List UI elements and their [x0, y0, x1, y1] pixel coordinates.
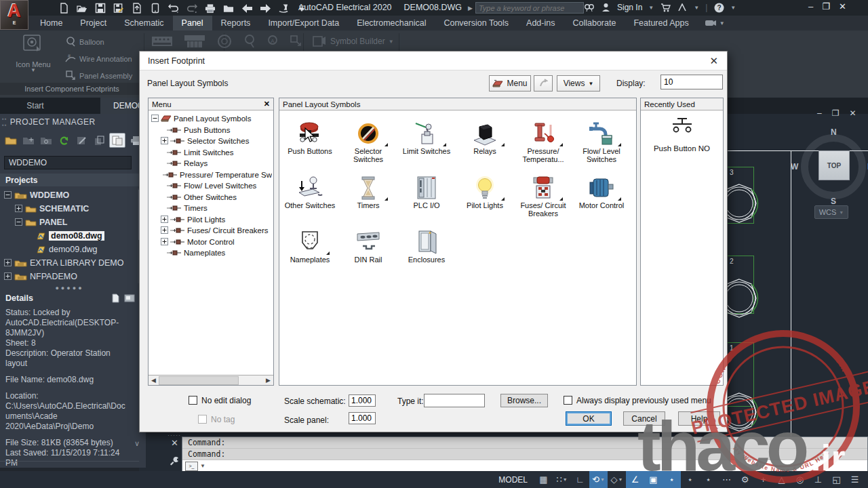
command-input-row[interactable]: >_ ▼ [182, 460, 867, 472]
symbol-other-switches[interactable]: Other Switches [281, 166, 339, 220]
menu-tree-item-panel-layout-symbols[interactable]: Panel Layout Symbols [150, 113, 272, 125]
tree-expander-plus-icon[interactable] [15, 203, 22, 215]
ribbon-button-panel-assembly[interactable]: Panel Assembly [65, 70, 132, 82]
crosshair-icon[interactable]: + [754, 471, 772, 488]
project-tree-item-panel[interactable]: PANEL [1, 216, 136, 229]
command-wrench-icon[interactable] [170, 455, 180, 468]
scroll-left-icon[interactable]: ◀ [149, 377, 159, 384]
polar-tracking-icon[interactable]: ⟲▼ [589, 471, 608, 488]
projects-section-header[interactable]: Projects [0, 174, 139, 186]
qat-mobile-device-icon[interactable] [150, 3, 161, 14]
ribbon-panel-title[interactable]: Insert Component Footprints [0, 83, 144, 95]
symbol-pressure-temperatu[interactable]: Pressure/ Temperatu... [514, 112, 572, 166]
tab-electromechanical[interactable]: Electromechanical [348, 16, 435, 30]
menu-button[interactable]: Menu [489, 75, 531, 92]
details-preview-icon[interactable] [124, 294, 135, 302]
menu-tree-item-flow-level-switches[interactable]: Flow/ Level Switches [150, 180, 272, 192]
symbol-selector-switches[interactable]: Selector Switches [339, 112, 397, 166]
account-caret-icon[interactable]: ▼ [694, 5, 699, 11]
tree-expander-minus-icon[interactable] [15, 216, 22, 228]
type-it-input[interactable] [424, 394, 485, 407]
grid-display-icon[interactable]: ▦ [534, 471, 553, 488]
scroll-right-icon[interactable]: ▶ [263, 377, 273, 384]
cancel-button[interactable]: Cancel [623, 411, 665, 426]
project-tree-item-extra-library-demo[interactable]: EXTRA LIBRARY DEMO [1, 256, 136, 270]
snap-mode-icon[interactable]: ∷▼ [553, 471, 571, 488]
menu-tree-item-pilot-lights[interactable]: Pilot Lights [150, 214, 272, 226]
project-tree-item-nfpademo[interactable]: NFPADEMO [1, 270, 136, 283]
project-tree-item-wddemo[interactable]: WDDEMO [1, 188, 136, 202]
views-button[interactable]: Views ▼ [557, 75, 600, 92]
project-manager-header[interactable]: ▪▪▪▪ PROJECT MANAGER [0, 114, 146, 130]
sign-in-button[interactable]: Sign In [617, 3, 642, 12]
ribbon-button-balloon[interactable]: Balloon [65, 36, 132, 48]
scrollbar-thumb[interactable] [159, 376, 239, 385]
menu-tree-close-icon[interactable]: ✕ [264, 100, 270, 108]
tree-expander-minus-icon[interactable] [4, 189, 12, 201]
menu-tree-item-motor-control[interactable]: Motor Control [150, 237, 272, 248]
symbol-relays[interactable]: Relays [456, 112, 514, 166]
clean-screen-icon[interactable]: ◱ [827, 471, 846, 488]
sign-in-caret-icon[interactable]: ▼ [648, 5, 654, 11]
tree-expander-plus-icon[interactable] [161, 225, 168, 237]
customization-icon[interactable]: ⚙ [736, 471, 754, 488]
ok-button[interactable]: OK [566, 411, 612, 426]
viewcube-west[interactable]: W [791, 162, 798, 171]
symbol-fuses-circuit-breakers[interactable]: Fuses/ Circuit Breakers [514, 166, 572, 220]
scale-schematic-input[interactable] [349, 394, 376, 407]
qat-save-as-icon[interactable] [113, 3, 124, 14]
tree-expander-plus-icon[interactable] [161, 214, 168, 226]
icon-menu-button[interactable]: Icon Menu ▼ [11, 34, 56, 83]
command-prompt-icon[interactable]: >_ [185, 462, 198, 471]
details-scroll-down-icon[interactable]: ∨ [134, 439, 140, 448]
annotation-small-icon[interactable]: A [266, 34, 279, 49]
tab-reports[interactable]: Reports [212, 16, 260, 30]
menu-tree-item-pressure-temperature-sw[interactable]: Pressure/ Temperature Sw [150, 169, 272, 181]
symbol-plc-i-o[interactable]: PLC I/O [397, 166, 456, 220]
menu-tree-item-limit-switches[interactable]: Limit Switches [150, 147, 272, 159]
qat-open-file-icon[interactable] [77, 3, 87, 14]
drawing-restore-button[interactable]: ❐ [832, 108, 840, 118]
pm-refresh-icon[interactable] [56, 134, 71, 147]
menu-tree-item-push-buttons[interactable]: Push Buttons [150, 125, 272, 136]
model-space-button[interactable]: MODEL [498, 475, 528, 485]
menu-tree-hscrollbar[interactable]: ◀ ▶ [149, 375, 273, 385]
recent-item-push-button-no[interactable]: Push Button NO [641, 116, 723, 152]
autocad-app-menu[interactable]: A E [0, 0, 28, 30]
qat-save-icon[interactable] [95, 3, 106, 14]
viewcube-top-face[interactable]: TOP [818, 150, 850, 180]
symbol-nameplates[interactable]: Nameplates [281, 220, 339, 274]
symbol-limit-switches[interactable]: Limit Switches [397, 112, 456, 166]
isometric-drafting-icon[interactable]: ◇▼ [608, 471, 626, 488]
qat-electrical-marker-icon[interactable] [278, 3, 289, 14]
annotation-visibility-icon[interactable]: ⋆ [663, 471, 681, 488]
symbol-din-rail[interactable]: DIN Rail [339, 220, 397, 274]
scale-panel-input[interactable] [349, 412, 376, 424]
dialog-close-icon[interactable]: ✕ [709, 55, 718, 67]
file-tab-start[interactable]: Start [5, 98, 65, 114]
menu-tree-item-selector-switches[interactable]: Selector Switches [150, 136, 272, 147]
no-tag-checkbox[interactable] [198, 415, 207, 424]
symbol-timers[interactable]: Timers [339, 166, 397, 220]
isolate-objects-icon[interactable]: △ [772, 471, 791, 488]
terminal-multi-icon[interactable] [183, 33, 206, 50]
symbol-pilot-lights[interactable]: Pilot Lights [456, 166, 514, 220]
tab-panel[interactable]: Panel [173, 16, 212, 30]
dialog-title-bar[interactable]: Insert Footprint ✕ [140, 52, 727, 70]
tab-home[interactable]: Home [31, 16, 71, 30]
tab-conversion-tools[interactable]: Conversion Tools [435, 16, 517, 30]
details-section-header[interactable]: Details [0, 291, 139, 305]
balloon-small-icon[interactable] [243, 34, 256, 49]
object-snap-tracking-icon[interactable]: ∠ [626, 471, 644, 488]
help-button[interactable]: Help [678, 411, 720, 426]
status-caret-icon[interactable]: ▼ [618, 477, 623, 482]
tab-featured-apps[interactable]: Featured Apps [625, 16, 697, 30]
drawing-minimize-button[interactable]: – [817, 108, 822, 118]
circle-tool-icon[interactable] [216, 33, 233, 50]
qat-new-file-icon[interactable] [58, 3, 69, 14]
pm-project-new-icon[interactable] [21, 134, 36, 147]
menu-tree-item-fuses-circuit-breakers[interactable]: Fuses/ Circuit Breakers [150, 225, 272, 237]
always-display-checkbox[interactable] [564, 396, 572, 405]
pm-project-copy-icon[interactable] [92, 134, 106, 147]
tree-expander-plus-icon[interactable] [4, 270, 12, 283]
